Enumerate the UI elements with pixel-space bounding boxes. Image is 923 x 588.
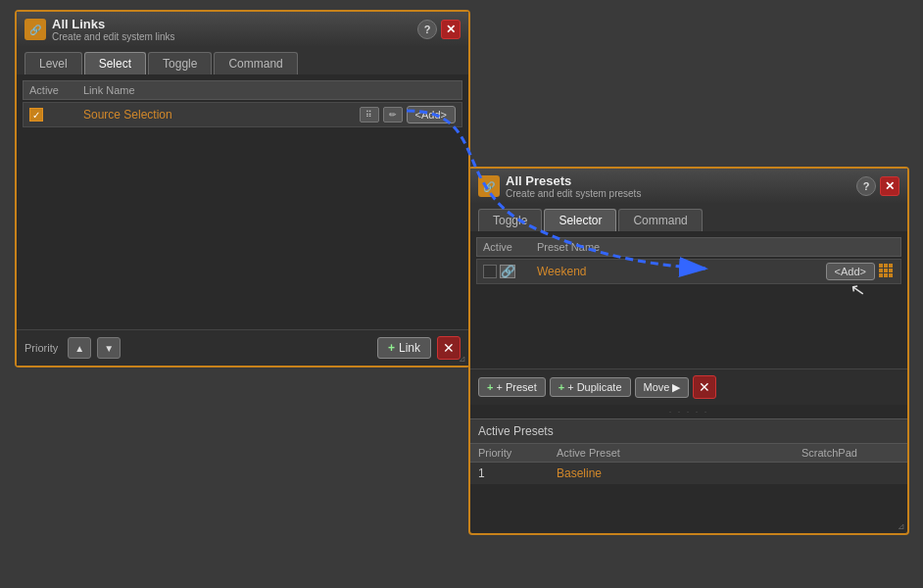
header-active: Active <box>29 84 83 96</box>
move-label: Move ▶ <box>644 381 681 394</box>
alllinks-close-button[interactable]: ✕ <box>441 20 461 39</box>
allpresets-subtitle: Create and edit system presets <box>506 188 850 199</box>
alllinks-title-area: All Links Create and edit system links <box>52 17 412 42</box>
alllinks-tabs: Level Select Toggle Command <box>17 47 468 74</box>
alllinks-table-area: Active Link Name Source Selection ⠿ ✏ <A… <box>17 74 468 133</box>
tab-command[interactable]: Command <box>214 52 297 74</box>
allpresets-title: All Presets <box>506 173 850 188</box>
active-table-header: Priority Active Preset ScratchPad <box>470 444 907 463</box>
duplicate-label: + Duplicate <box>567 381 621 393</box>
active-checkbox-cell <box>29 108 83 122</box>
resize-handle[interactable]: ⊿ <box>459 354 466 364</box>
alllinks-icon: 🔗 <box>24 19 46 40</box>
active-presets-header: Active Presets <box>470 419 907 444</box>
allpresets-title-area: All Presets Create and edit system prese… <box>506 173 850 199</box>
active-presets-section: Active Presets Priority Active Preset Sc… <box>470 418 907 533</box>
add-preset-button[interactable]: + + Preset <box>478 377 546 397</box>
preset-header-name: Preset Name <box>537 241 895 253</box>
alllinks-controls: ? ✕ <box>417 20 461 39</box>
alllinks-footer: Priority ▲ ▼ + Link ✕ <box>17 329 468 366</box>
add-link-label: Link <box>399 341 420 355</box>
preset-table-row: 🔗 Weekend <Add> <box>476 259 901 284</box>
priority-label: Priority <box>24 342 58 354</box>
alllinks-table-header: Active Link Name <box>23 80 462 100</box>
add-link-button[interactable]: + Link <box>377 337 431 359</box>
tab-level[interactable]: Level <box>24 52 82 74</box>
alllinks-header: 🔗 All Links Create and edit system links… <box>17 12 468 47</box>
alllinks-help-button[interactable]: ? <box>417 20 437 39</box>
priority-up-button[interactable]: ▲ <box>68 337 91 359</box>
preset-plus-icon: + <box>487 381 493 393</box>
preset-add-button[interactable]: <Add> <box>826 263 875 280</box>
allpresets-header: 🔗 All Presets Create and edit system pre… <box>470 169 907 204</box>
header-linkname: Link Name <box>83 84 456 96</box>
plus-icon: + <box>388 341 395 355</box>
active-presets-empty <box>470 484 907 533</box>
preset-label: + Preset <box>496 381 536 393</box>
alllinks-empty-area <box>17 133 468 329</box>
duplicate-plus-icon: + <box>559 381 564 393</box>
allpresets-footer: + + Preset + + Duplicate Move ▶ ✕ <box>470 368 907 405</box>
allpresets-close-button[interactable]: ✕ <box>880 176 899 196</box>
header-active-preset: Active Preset <box>557 447 802 459</box>
preset-checkbox-unchecked[interactable] <box>483 265 497 278</box>
preset-active-cell: 🔗 <box>483 265 537 278</box>
row-actions: ⠿ ✏ <Add> <box>338 106 456 123</box>
duplicate-preset-button[interactable]: + + Duplicate <box>550 377 631 397</box>
tab-toggle[interactable]: Toggle <box>148 52 212 74</box>
tab-command-presets[interactable]: Command <box>618 209 702 231</box>
active-checkbox[interactable] <box>29 108 43 122</box>
presets-resize-handle[interactable]: ⊿ <box>898 521 905 531</box>
allpresets-controls: ? ✕ <box>856 176 899 196</box>
delete-link-button[interactable]: ✕ <box>437 336 461 360</box>
allpresets-icon: 🔗 <box>478 175 500 197</box>
header-priority: Priority <box>478 447 557 459</box>
delete-preset-button[interactable]: ✕ <box>693 375 716 399</box>
priority-down-button[interactable]: ▼ <box>97 337 121 359</box>
allpresets-table-header: Active Preset Name <box>476 237 901 257</box>
tab-selector[interactable]: Selector <box>544 209 616 231</box>
presets-empty-area <box>470 290 907 368</box>
allpresets-window: 🔗 All Presets Create and edit system pre… <box>468 167 909 535</box>
preset-header-active: Active <box>483 241 537 253</box>
priority-number: 1 <box>478 466 557 480</box>
preset-name[interactable]: Weekend <box>537 265 777 278</box>
allpresets-tabs: Toggle Selector Command <box>470 204 907 231</box>
allpresets-table-area: Active Preset Name 🔗 Weekend <Add> <box>470 231 907 290</box>
alllinks-window: 🔗 All Links Create and edit system links… <box>15 10 470 368</box>
add-button[interactable]: <Add> <box>407 106 456 123</box>
tab-select[interactable]: Select <box>84 52 146 74</box>
active-preset-row: 1 Baseline <box>470 463 907 484</box>
table-row: Source Selection ⠿ ✏ <Add> <box>23 102 462 127</box>
tab-toggle-presets[interactable]: Toggle <box>478 209 542 231</box>
header-scratchpad: ScratchPad <box>802 447 899 459</box>
active-preset-name[interactable]: Baseline <box>557 466 802 480</box>
preset-row-actions: <Add> <box>777 263 895 280</box>
grid-small-icon[interactable]: ⠿ <box>360 107 379 122</box>
preset-link-icon[interactable]: 🔗 <box>500 265 515 278</box>
move-preset-button[interactable]: Move ▶ <box>635 377 690 398</box>
link-name[interactable]: Source Selection <box>83 108 338 122</box>
preset-grid-icon[interactable] <box>879 264 895 279</box>
alllinks-title: All Links <box>52 17 412 31</box>
alllinks-subtitle: Create and edit system links <box>52 31 412 42</box>
section-divider: · · · · · <box>470 405 907 418</box>
allpresets-help-button[interactable]: ? <box>856 176 876 196</box>
edit-icon[interactable]: ✏ <box>383 107 403 122</box>
